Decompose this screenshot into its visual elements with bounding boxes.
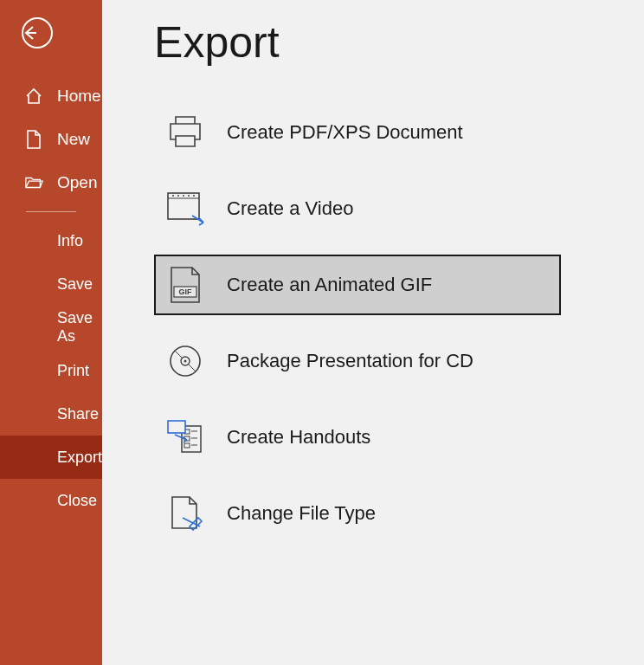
option-label: Package Presentation for CD — [227, 350, 473, 372]
home-icon — [24, 87, 43, 106]
sidebar-item-close[interactable]: Close — [0, 479, 102, 522]
sidebar-item-home[interactable]: Home — [0, 74, 102, 118]
back-button[interactable] — [22, 17, 53, 48]
main-panel: Export Create PDF/XPS Document Create a … — [102, 0, 644, 665]
sidebar-separator — [26, 211, 76, 212]
sidebar-item-label: Print — [57, 362, 89, 380]
sidebar-item-new[interactable]: New — [0, 118, 102, 161]
svg-point-3 — [172, 195, 174, 197]
svg-line-13 — [175, 351, 182, 358]
sidebar-item-share[interactable]: Share — [0, 392, 102, 436]
svg-rect-20 — [184, 443, 190, 448]
svg-point-5 — [183, 195, 184, 197]
svg-text:GIF: GIF — [179, 287, 193, 296]
option-create-video[interactable]: Create a Video — [154, 178, 561, 239]
option-label: Create an Animated GIF — [227, 274, 432, 296]
sidebar-item-export[interactable]: Export — [0, 436, 102, 479]
gif-icon: GIF — [166, 266, 204, 304]
printer-icon — [166, 113, 204, 152]
svg-point-12 — [184, 360, 187, 363]
option-create-animated-gif[interactable]: GIF Create an Animated GIF — [154, 255, 561, 315]
svg-point-6 — [188, 195, 190, 197]
svg-point-7 — [193, 195, 195, 197]
option-package-for-cd[interactable]: Package Presentation for CD — [154, 331, 561, 391]
sidebar-item-save[interactable]: Save — [0, 262, 102, 306]
option-create-pdf-xps[interactable]: Create PDF/XPS Document — [154, 102, 561, 163]
sidebar-item-label: Save — [57, 275, 93, 294]
sidebar-item-label: Save As — [57, 309, 102, 345]
sidebar-item-open[interactable]: Open — [0, 161, 102, 204]
sidebar-item-label: New — [57, 130, 90, 149]
sidebar-item-label: Close — [57, 492, 97, 510]
sidebar-item-label: Share — [57, 405, 99, 423]
back-arrow-icon — [21, 23, 40, 42]
option-create-handouts[interactable]: Create Handouts — [154, 407, 561, 468]
handouts-icon — [166, 418, 204, 456]
sidebar-item-label: Info — [57, 232, 83, 250]
sidebar-item-label: Export — [57, 449, 102, 467]
sidebar-item-print[interactable]: Print — [0, 349, 102, 392]
export-options-list: Create PDF/XPS Document Create a Video G… — [154, 102, 644, 544]
svg-point-4 — [177, 195, 179, 197]
backstage-sidebar: Home New Open Info Save Save As Print Sh… — [0, 0, 102, 665]
sidebar-item-label: Home — [57, 87, 101, 106]
sidebar-item-label: Open — [57, 173, 97, 192]
page-title: Export — [154, 17, 644, 68]
video-icon — [166, 190, 204, 228]
sidebar-item-info[interactable]: Info — [0, 219, 102, 262]
svg-rect-1 — [168, 193, 199, 219]
cd-icon — [166, 342, 204, 380]
open-icon — [24, 173, 43, 192]
option-label: Change File Type — [227, 502, 376, 525]
svg-line-14 — [189, 365, 196, 371]
option-label: Create PDF/XPS Document — [227, 121, 463, 144]
new-icon — [24, 130, 43, 149]
option-change-file-type[interactable]: Change File Type — [154, 483, 561, 544]
svg-rect-22 — [168, 421, 185, 433]
option-label: Create a Video — [227, 197, 353, 220]
option-label: Create Handouts — [227, 426, 370, 449]
filetype-icon — [166, 494, 204, 533]
sidebar-item-save-as[interactable]: Save As — [0, 306, 102, 349]
